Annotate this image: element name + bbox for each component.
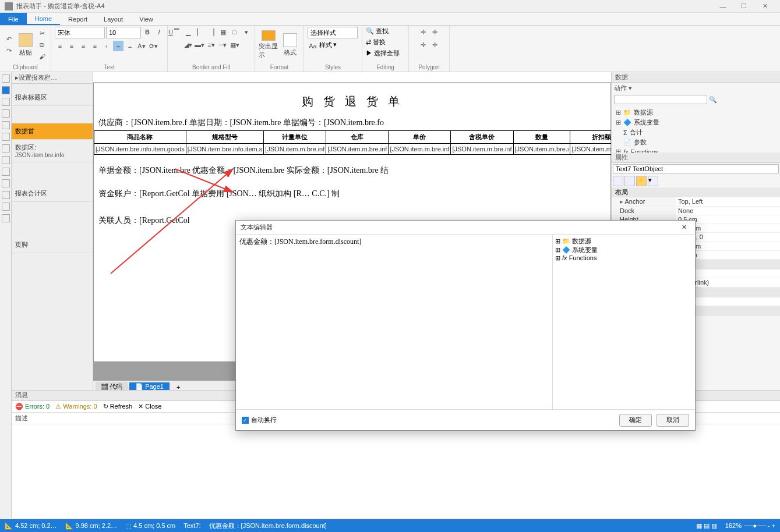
data-node-sysvar[interactable]: ⊞🔷 系统变量 bbox=[615, 118, 777, 127]
style-button[interactable]: Aa bbox=[308, 41, 318, 51]
tool-image[interactable] bbox=[2, 98, 10, 106]
close-messages-button[interactable]: ✕ Close bbox=[138, 403, 161, 410]
style-combo[interactable]: 选择样式 bbox=[308, 27, 358, 38]
report-table[interactable]: 商品名称 规格型号 计量单位 仓库 单价 含税单价 数量 折扣额 金 [JSON… bbox=[94, 130, 611, 155]
minimize-button[interactable]: — bbox=[712, 3, 733, 10]
format-painter-button[interactable]: 🖌 bbox=[37, 51, 47, 62]
prop-filter[interactable]: ▾ bbox=[648, 176, 658, 186]
paste-button[interactable]: 粘贴 bbox=[16, 30, 34, 59]
valign-mid-button[interactable]: ⫟ bbox=[113, 41, 123, 51]
file-menu[interactable]: File bbox=[0, 13, 27, 25]
status-zoom[interactable]: 162% ──●── - + bbox=[725, 522, 775, 529]
poly-1[interactable]: ✛ bbox=[418, 27, 429, 37]
line-color-button[interactable]: ▬▾ bbox=[195, 40, 205, 50]
prop-object-combo[interactable]: Text7 TextObject bbox=[613, 164, 779, 173]
select-all-button[interactable]: ▶ 选择全部 bbox=[366, 49, 400, 58]
poly-3[interactable]: ✛ bbox=[418, 40, 429, 50]
font-color-button[interactable]: A▾ bbox=[136, 41, 147, 51]
align-justify-button[interactable]: ≡ bbox=[90, 41, 100, 51]
find-button[interactable]: 🔍 查找 bbox=[366, 27, 389, 36]
undo-button[interactable]: ↶ bbox=[3, 34, 14, 44]
cut-button[interactable]: ✂ bbox=[37, 28, 47, 38]
data-node-param[interactable]: 📄 参数 bbox=[615, 137, 777, 147]
status-view-icons[interactable]: ▦ ▤ ▥ bbox=[696, 522, 717, 530]
data-node-func[interactable]: ⊞fx Functions bbox=[615, 147, 777, 152]
tool-chart[interactable] bbox=[2, 156, 10, 164]
dlg-node-func[interactable]: ⊞ fx Functions bbox=[555, 254, 693, 262]
fill-color-button[interactable]: ◢▾ bbox=[183, 40, 193, 50]
tab-view[interactable]: View bbox=[131, 13, 161, 25]
bold-button[interactable]: B bbox=[142, 27, 153, 37]
tool-shape[interactable] bbox=[2, 133, 10, 141]
font-combo[interactable]: 宋体 bbox=[55, 27, 105, 38]
tool-other1[interactable] bbox=[2, 191, 10, 199]
dlg-node-sysvar[interactable]: ⊞ 🔷 系统变量 bbox=[555, 246, 693, 254]
data-node-source[interactable]: ⊞📁 数据源 bbox=[615, 108, 777, 118]
replace-button[interactable]: ⇄ 替换 bbox=[366, 38, 386, 47]
valign-top-button[interactable]: ⫞ bbox=[101, 41, 112, 51]
tool-map[interactable] bbox=[2, 179, 10, 187]
format-button[interactable]: 格式 bbox=[281, 30, 301, 59]
band-data[interactable]: 数据区:JSON.item.bre.info bbox=[12, 140, 93, 162]
copy-button[interactable]: ⧉ bbox=[37, 40, 47, 50]
redo-button[interactable]: ↷ bbox=[3, 45, 14, 56]
maximize-button[interactable]: ☐ bbox=[733, 2, 754, 10]
tab-report[interactable]: Report bbox=[60, 13, 96, 25]
line-width-button[interactable]: ≡▾ bbox=[206, 40, 217, 50]
font-size-combo[interactable]: 10 bbox=[106, 27, 141, 38]
prop-sort-az[interactable] bbox=[624, 176, 635, 186]
dialog-text-editor[interactable]: 优惠金额：[JSON.item.bre.form.discount] bbox=[236, 235, 553, 409]
border-more-button[interactable]: ▾ bbox=[241, 27, 252, 37]
band-report-summary[interactable]: 报表合计区 bbox=[12, 186, 93, 202]
report-row-amounts[interactable]: 单据金额：[JSON.item.bre 优惠金额：[JSON.item.bre … bbox=[94, 163, 610, 178]
rotate-button[interactable]: ⟳▾ bbox=[148, 41, 158, 51]
close-button[interactable]: ✕ bbox=[754, 2, 775, 10]
dialog-wrap-checkbox[interactable]: ✓自动换行 bbox=[242, 416, 277, 424]
border-all-button[interactable]: ▦ bbox=[218, 27, 228, 37]
tool-12[interactable] bbox=[2, 168, 10, 176]
tool-barcode[interactable] bbox=[2, 144, 10, 152]
band-page-footer[interactable]: 页脚 bbox=[12, 237, 93, 253]
border-none-button[interactable]: □ bbox=[230, 27, 240, 37]
tool-text[interactable] bbox=[2, 86, 10, 94]
poly-4[interactable]: ✛ bbox=[430, 40, 440, 50]
band-data-header[interactable]: 数据首 bbox=[12, 123, 93, 140]
dialog-close-button[interactable]: ✕ bbox=[678, 224, 690, 231]
dlg-node-source[interactable]: ⊞ 📁 数据源 bbox=[555, 237, 693, 246]
border-bot-button[interactable]: ▁ bbox=[183, 27, 193, 37]
dialog-ok-button[interactable]: 确定 bbox=[619, 414, 652, 427]
tool-other3[interactable] bbox=[2, 214, 10, 222]
prop-sort-cat[interactable] bbox=[613, 176, 623, 186]
data-node-total[interactable]: Σ 合计 bbox=[615, 127, 777, 137]
align-center-button[interactable]: ≡ bbox=[66, 41, 77, 51]
highlight-button[interactable]: 突出显示 bbox=[259, 30, 278, 59]
prop-section-layout[interactable]: 布局 bbox=[612, 187, 780, 197]
tab-layout[interactable]: Layout bbox=[96, 13, 131, 25]
valign-bot-button[interactable]: ⫠ bbox=[125, 41, 135, 51]
tool-other2[interactable] bbox=[2, 203, 10, 211]
poly-2[interactable]: ✛ bbox=[430, 27, 440, 37]
refresh-button[interactable]: ↻ Refresh bbox=[103, 403, 133, 410]
dialog-cancel-button[interactable]: 取消 bbox=[657, 414, 689, 427]
line-style-button[interactable]: ┄▾ bbox=[218, 40, 228, 50]
italic-button[interactable]: I bbox=[154, 27, 164, 37]
report-row-account[interactable]: 资金账户：[Report.GetCol 单据费用 [JSON… 纸织加构 [R…… bbox=[94, 186, 610, 201]
warnings-count[interactable]: ⚠ Warnings: 0 bbox=[55, 403, 97, 410]
border-left-button[interactable]: ▏ bbox=[195, 27, 205, 37]
tool-line[interactable] bbox=[2, 121, 10, 129]
tool-pointer[interactable] bbox=[2, 75, 10, 83]
tool-table[interactable] bbox=[2, 109, 10, 118]
data-search-input[interactable] bbox=[614, 95, 707, 104]
report-title-text[interactable]: 购 货 退 货 单 bbox=[94, 83, 610, 115]
cell-style-button[interactable]: ▦▾ bbox=[230, 40, 240, 50]
align-right-button[interactable]: ≡ bbox=[78, 41, 89, 51]
band-report-title[interactable]: 报表标题区 bbox=[12, 90, 93, 106]
search-icon[interactable]: 🔍 bbox=[707, 96, 717, 103]
border-top-button[interactable]: ▔ bbox=[171, 27, 182, 37]
report-row-supplier[interactable]: 供应商：[JSON.item.bre.f 单据日期：[JSON.item.bre… bbox=[94, 115, 610, 130]
errors-count[interactable]: ⛔ Errors: 0 bbox=[15, 403, 50, 410]
align-left-button[interactable]: ≡ bbox=[55, 41, 65, 51]
tab-home[interactable]: Home bbox=[27, 13, 60, 25]
border-right-button[interactable]: ▕ bbox=[206, 27, 217, 37]
prop-events[interactable]: ⚡ bbox=[636, 176, 647, 186]
